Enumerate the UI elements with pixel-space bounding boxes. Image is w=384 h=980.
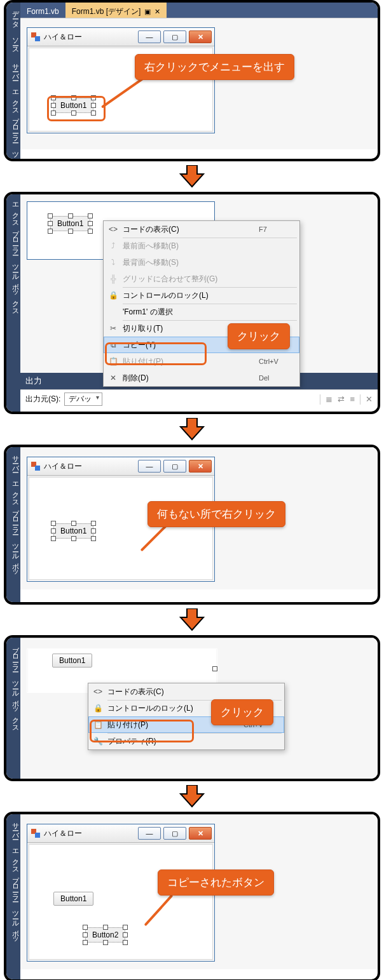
button1[interactable]: Button1 bbox=[53, 892, 93, 906]
tool-icon[interactable]: ⇄ bbox=[338, 394, 345, 404]
menu-item-label: コントロールのロック(L) bbox=[123, 290, 259, 301]
step-arrow-icon bbox=[179, 165, 205, 188]
form-title: ハイ＆ロー bbox=[44, 32, 82, 43]
highlight-ring bbox=[47, 96, 106, 121]
maximize-icon[interactable]: ▢ bbox=[163, 827, 186, 840]
step2-panel: エクスプローラー ツールボックス Button1 <>コードの表示(C)F7⤴最… bbox=[4, 192, 380, 414]
menu-item-shortcut: Del bbox=[259, 374, 299, 382]
tool-icon[interactable]: ≡ bbox=[350, 394, 355, 404]
menu-item-icon: <> bbox=[88, 687, 107, 696]
form-titlebar[interactable]: ハイ＆ロー — ▢ ✕ bbox=[27, 457, 214, 476]
step1-panel: データ ソース サーバー エクスプローラー ツ Form1.vb Form1.v… bbox=[4, 0, 380, 161]
designer-surface[interactable]: ハイ＆ロー — ▢ ✕ Button1 bbox=[20, 18, 378, 149]
menu-item-icon: ✂ bbox=[104, 324, 123, 333]
form-titlebar[interactable]: ハイ＆ロー — ▢ ✕ bbox=[27, 824, 214, 843]
callout-copied: コピーされたボタン bbox=[158, 869, 274, 896]
menu-item-label: コードの表示(C) bbox=[123, 224, 259, 235]
side-tabs[interactable]: データ ソース サーバー エクスプローラー ツ bbox=[6, 3, 20, 159]
selected-button1[interactable]: Button1 bbox=[50, 216, 90, 231]
context-menu-item[interactable]: <>コードの表示(C)F7 bbox=[104, 221, 299, 238]
tool-icon[interactable]: ✕ bbox=[366, 394, 373, 404]
menu-item-label: 'Form1' の選択 bbox=[123, 307, 259, 318]
menu-item-label: 最背面へ移動(S) bbox=[123, 257, 259, 268]
side-tabs[interactable]: ブローラー ツールボックス bbox=[6, 638, 20, 779]
minimize-icon[interactable]: — bbox=[138, 460, 161, 473]
output-source-dropdown[interactable]: デバッ bbox=[64, 393, 102, 406]
side-tabs[interactable]: サーバー エクスプローラー ツールボッ bbox=[6, 447, 20, 602]
designer-surface[interactable]: Button1 <>コードの表示(C)F7⤴最前面へ移動(B)⤵最背面へ移動(S… bbox=[20, 194, 378, 373]
menu-item-label: 最前面へ移動(B) bbox=[123, 241, 259, 252]
tool-icon[interactable]: ≣ bbox=[326, 394, 333, 404]
side-tabs[interactable]: エクスプローラー ツールボックス bbox=[6, 194, 20, 412]
maximize-icon[interactable]: ▢ bbox=[163, 460, 186, 473]
context-menu-item: ⤵最背面へ移動(S) bbox=[104, 254, 299, 271]
context-menu-item[interactable]: 🔒コントロールのロック(L) bbox=[104, 287, 299, 304]
menu-item-icon: 🔒 bbox=[88, 704, 107, 713]
menu-item-icon: ╬ bbox=[104, 274, 123, 283]
callout-rightclick-empty: 何もない所で右クリック bbox=[147, 501, 285, 527]
close-window-icon[interactable]: ✕ bbox=[189, 827, 212, 840]
tab-strip: Form1.vb Form1.vb [デザイン] ▣ ✕ bbox=[20, 3, 378, 18]
menu-item-icon: ⤵ bbox=[104, 258, 123, 267]
close-window-icon[interactable]: ✕ bbox=[189, 460, 212, 473]
step-arrow-icon bbox=[179, 608, 205, 631]
step-arrow-icon bbox=[179, 418, 205, 441]
button1-label: Button1 bbox=[52, 654, 92, 668]
context-menu-item: ╬グリッドに合わせて整列(G) bbox=[104, 271, 299, 287]
callout-click: クリック bbox=[228, 323, 290, 349]
menu-item-icon: ⤴ bbox=[104, 241, 123, 250]
minimize-icon[interactable]: — bbox=[138, 827, 161, 840]
menu-item-label: グリッドに合わせて整列(G) bbox=[123, 274, 259, 285]
pin-icon[interactable]: ▣ bbox=[144, 8, 151, 16]
context-menu-item: ⤴最前面へ移動(B) bbox=[104, 238, 299, 254]
tab-design[interactable]: Form1.vb [デザイン] ▣ ✕ bbox=[65, 3, 167, 18]
form-client-area[interactable]: Button1 bbox=[29, 477, 213, 580]
menu-item-shortcut: F7 bbox=[259, 225, 299, 233]
highlight-copy bbox=[105, 342, 207, 365]
designer-surface[interactable]: Button1 <>コードの表示(C)🔒コントロールのロック(L)📋貼り付け(P… bbox=[20, 638, 378, 781]
form-title: ハイ＆ロー bbox=[44, 828, 82, 839]
designer-surface[interactable]: ハイ＆ロー — ▢ ✕ Button1 Button2 bbox=[20, 814, 378, 969]
highlight-paste bbox=[90, 720, 194, 742]
callout-click: クリック bbox=[211, 699, 273, 725]
step-arrow-icon bbox=[179, 785, 205, 808]
output-toolbar: 出力元(S): デバッ ≣ ⇄ ≡ ✕ bbox=[20, 389, 378, 408]
designer-surface[interactable]: ハイ＆ロー — ▢ ✕ Button1 何も bbox=[20, 447, 378, 589]
minimize-icon[interactable]: — bbox=[138, 30, 161, 43]
menu-item-icon: <> bbox=[104, 225, 123, 234]
button1[interactable]: Button1 bbox=[52, 654, 92, 668]
button1-label: Button1 bbox=[53, 892, 93, 906]
context-menu-item[interactable]: ✕削除(D)Del bbox=[104, 370, 299, 386]
side-tabs[interactable]: サーバー エクスプローラー ツールボッ bbox=[6, 814, 20, 979]
selected-button1[interactable]: Button1 bbox=[53, 523, 93, 539]
form-title: ハイ＆ロー bbox=[44, 461, 82, 472]
form-icon bbox=[31, 829, 40, 838]
selected-button2[interactable]: Button2 bbox=[85, 927, 125, 943]
form-icon bbox=[31, 32, 40, 41]
close-icon[interactable]: ✕ bbox=[154, 8, 160, 16]
output-source-label: 出力元(S): bbox=[25, 394, 60, 405]
step4-panel: ブローラー ツールボックス Button1 <>コードの表示(C)🔒コントロール… bbox=[4, 635, 380, 781]
form-icon bbox=[31, 462, 40, 471]
close-window-icon[interactable]: ✕ bbox=[189, 30, 212, 43]
form-client-area[interactable]: Button1 Button2 bbox=[29, 844, 213, 960]
menu-item-icon: 🔒 bbox=[104, 291, 123, 300]
tab-code[interactable]: Form1.vb bbox=[20, 3, 65, 18]
callout-rightclick: 右クリックでメニューを出す bbox=[135, 54, 294, 80]
form-titlebar[interactable]: ハイ＆ロー — ▢ ✕ bbox=[27, 28, 214, 46]
context-menu-item[interactable]: <>コードの表示(C) bbox=[88, 683, 284, 700]
maximize-icon[interactable]: ▢ bbox=[163, 30, 186, 43]
menu-item-label: 削除(D) bbox=[123, 373, 259, 384]
form-selection-handle[interactable] bbox=[212, 666, 217, 671]
context-menu-item[interactable]: 'Form1' の選択 bbox=[104, 304, 299, 320]
menu-item-shortcut: Ctrl+V bbox=[259, 358, 299, 365]
step3-panel: サーバー エクスプローラー ツールボッ ハイ＆ロー — ▢ ✕ Button1 bbox=[4, 445, 380, 605]
step5-panel: サーバー エクスプローラー ツールボッ ハイ＆ロー — ▢ ✕ Button1 bbox=[4, 812, 380, 980]
menu-item-icon: ✕ bbox=[104, 373, 123, 382]
menu-item-label: コードの表示(C) bbox=[107, 687, 243, 697]
tab-design-label: Form1.vb [デザイン] bbox=[72, 6, 141, 17]
